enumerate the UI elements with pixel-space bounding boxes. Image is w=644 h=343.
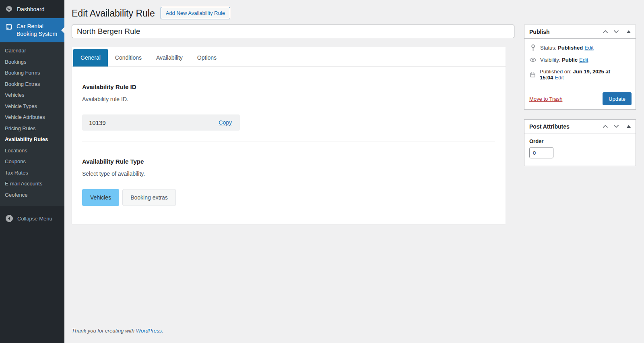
sidebar-plugin-label: Car Rental Booking System bbox=[17, 23, 61, 38]
published-on-text: Published on: Jun 19, 2025 at 15:04Edit bbox=[540, 69, 631, 81]
sidebar-item-pricing-rules[interactable]: Pricing Rules bbox=[0, 123, 64, 134]
move-down-icon[interactable] bbox=[613, 125, 619, 128]
sidebar-item-calendar[interactable]: Calendar bbox=[0, 45, 64, 56]
rule-id-heading: Availability Rule ID bbox=[82, 83, 495, 90]
visibility-row: Visibility: PublicEdit bbox=[529, 57, 631, 63]
type-option-vehicles[interactable]: Vehicles bbox=[82, 189, 119, 206]
sidebar-dashboard-label: Dashboard bbox=[17, 6, 45, 12]
rule-id-box: 10139 Copy bbox=[82, 114, 240, 131]
dashboard-gauge-icon bbox=[5, 5, 13, 13]
rule-type-heading: Availability Rule Type bbox=[82, 158, 495, 165]
move-up-icon[interactable] bbox=[603, 125, 608, 128]
sidebar-item-car-rental-booking-system[interactable]: Car Rental Booking System bbox=[0, 18, 64, 42]
publish-panel: Publish bbox=[524, 25, 636, 110]
sidebar-item-vehicle-attributes[interactable]: Vehicle Attributes bbox=[0, 112, 64, 123]
tab-general[interactable]: General bbox=[73, 49, 108, 67]
calendar-small-icon bbox=[529, 72, 536, 78]
sidebar-item-availability-rules[interactable]: Availability Rules bbox=[0, 134, 64, 145]
copy-id-link[interactable]: Copy bbox=[219, 119, 232, 126]
admin-sidebar: Dashboard Car Rental Booking System Cale… bbox=[0, 0, 64, 343]
rule-title-input[interactable] bbox=[72, 25, 514, 38]
rule-type-options: Vehicles Booking extras bbox=[82, 189, 495, 206]
move-to-trash-link[interactable]: Move to Trash bbox=[529, 96, 562, 102]
collapse-menu-label: Collapse Menu bbox=[17, 216, 52, 222]
post-attributes-title: Post Attributes bbox=[529, 123, 603, 130]
tab-conditions[interactable]: Conditions bbox=[108, 49, 149, 67]
tab-options[interactable]: Options bbox=[190, 49, 224, 67]
sidebar-item-coupons[interactable]: Coupons bbox=[0, 156, 64, 167]
sidebar-item-tax-rates[interactable]: Tax Rates bbox=[0, 167, 64, 179]
collapse-menu-button[interactable]: Collapse Menu bbox=[0, 210, 64, 227]
edit-published-on-link[interactable]: Edit bbox=[555, 75, 564, 81]
calendar-icon bbox=[5, 23, 12, 30]
update-button[interactable]: Update bbox=[603, 92, 632, 105]
sidebar-item-geofence[interactable]: Geofence bbox=[0, 189, 64, 201]
edit-visibility-link[interactable]: Edit bbox=[579, 57, 588, 63]
status-row: Status: PublishedEdit bbox=[529, 44, 631, 51]
status-text: Status: PublishedEdit bbox=[540, 45, 594, 51]
wordpress-link[interactable]: WordPress bbox=[136, 328, 162, 334]
sidebar-item-locations[interactable]: Locations bbox=[0, 145, 64, 156]
rule-type-description: Select type of availability. bbox=[82, 170, 495, 177]
page-title: Edit Availability Rule bbox=[72, 7, 155, 19]
collapse-arrow-icon bbox=[5, 214, 13, 222]
sidebar-item-dashboard[interactable]: Dashboard bbox=[0, 0, 64, 18]
publish-panel-title: Publish bbox=[529, 29, 603, 35]
order-label: Order bbox=[529, 138, 543, 144]
sidebar-item-booking-forms[interactable]: Booking Forms bbox=[0, 67, 64, 79]
move-up-icon[interactable] bbox=[603, 30, 608, 33]
rule-tabs: General Conditions Availability Options bbox=[72, 47, 506, 67]
move-down-icon[interactable] bbox=[613, 30, 619, 33]
main-content: Edit Availability Rule Add New Availabil… bbox=[64, 0, 644, 343]
pushpin-icon bbox=[529, 44, 537, 51]
order-input[interactable] bbox=[529, 147, 553, 158]
sidebar-item-vehicle-types[interactable]: Vehicle Types bbox=[0, 101, 64, 112]
tab-availability[interactable]: Availability bbox=[149, 49, 190, 67]
plugin-submenu: Calendar Bookings Booking Forms Booking … bbox=[0, 42, 64, 206]
eye-icon bbox=[529, 57, 537, 62]
toggle-panel-icon[interactable] bbox=[627, 125, 631, 128]
footer-credit: Thank you for creating with WordPress. bbox=[72, 328, 163, 334]
post-attributes-panel: Post Attributes Order bbox=[524, 119, 636, 166]
rule-id-value: 10139 bbox=[89, 119, 106, 126]
rule-id-description: Availability rule ID. bbox=[82, 96, 495, 102]
section-divider bbox=[82, 141, 495, 141]
rule-editor-card: General Conditions Availability Options … bbox=[72, 47, 506, 224]
add-new-availability-rule-button[interactable]: Add New Availability Rule bbox=[161, 7, 230, 19]
sidebar-item-vehicles[interactable]: Vehicles bbox=[0, 89, 64, 101]
sidebar-item-booking-extras[interactable]: Booking Extras bbox=[0, 79, 64, 90]
sidebar-item-email-accounts[interactable]: E-mail Accounts bbox=[0, 178, 64, 189]
toggle-panel-icon[interactable] bbox=[627, 30, 631, 33]
sidebar-item-bookings[interactable]: Bookings bbox=[0, 56, 64, 68]
edit-status-link[interactable]: Edit bbox=[584, 45, 593, 51]
visibility-text: Visibility: PublicEdit bbox=[540, 57, 588, 63]
type-option-booking-extras[interactable]: Booking extras bbox=[122, 189, 176, 206]
published-on-row: Published on: Jun 19, 2025 at 15:04Edit bbox=[529, 69, 631, 81]
